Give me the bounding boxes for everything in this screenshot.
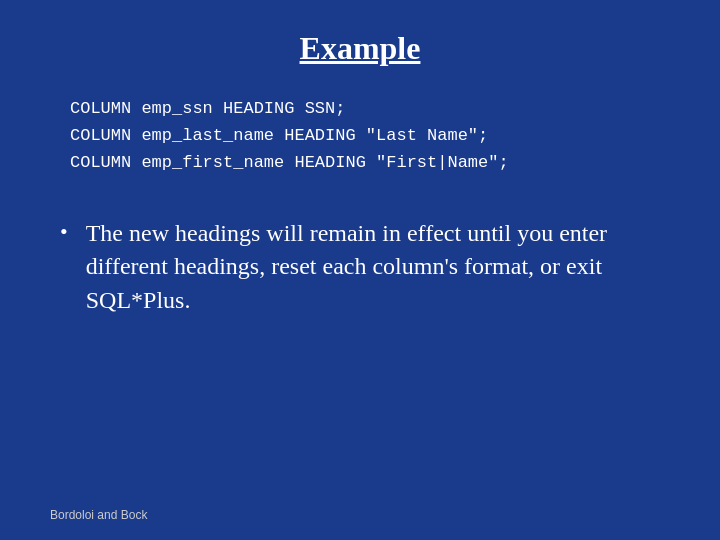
code-line-3: COLUMN emp_first_name HEADING "First|Nam… (70, 149, 509, 176)
bullet-section: • The new headings will remain in effect… (60, 217, 670, 318)
bullet-icon: • (60, 219, 68, 245)
code-line-1: COLUMN emp_ssn HEADING SSN; (70, 95, 509, 122)
slide-container: Example COLUMN emp_ssn HEADING SSN; COLU… (0, 0, 720, 540)
footer-text: Bordoloi and Bock (50, 508, 147, 522)
code-block: COLUMN emp_ssn HEADING SSN; COLUMN emp_l… (70, 95, 509, 177)
code-line-2: COLUMN emp_last_name HEADING "Last Name"… (70, 122, 509, 149)
slide-title: Example (50, 30, 670, 67)
bullet-text: The new headings will remain in effect u… (86, 217, 670, 318)
